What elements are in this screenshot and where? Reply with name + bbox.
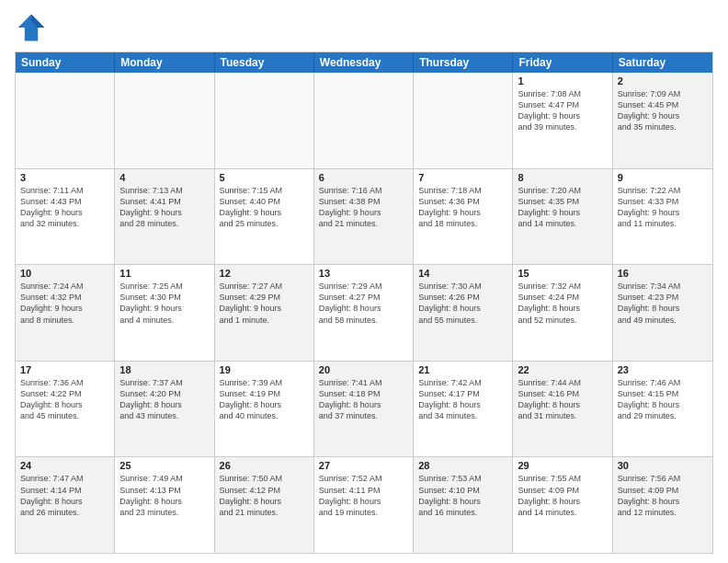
calendar-cell xyxy=(115,73,214,168)
day-number: 26 xyxy=(220,460,309,471)
calendar-header-row: SundayMondayTuesdayWednesdayThursdayFrid… xyxy=(16,52,712,73)
calendar-cell: 13Sunrise: 7:29 AM Sunset: 4:27 PM Dayli… xyxy=(314,265,414,361)
calendar-week-4: 17Sunrise: 7:36 AM Sunset: 4:22 PM Dayli… xyxy=(16,362,712,458)
day-number: 5 xyxy=(220,172,309,183)
calendar-week-5: 24Sunrise: 7:47 AM Sunset: 4:14 PM Dayli… xyxy=(16,457,712,553)
header xyxy=(15,11,713,44)
calendar-cell: 4Sunrise: 7:13 AM Sunset: 4:41 PM Daylig… xyxy=(115,169,214,265)
day-info: Sunrise: 7:52 AM Sunset: 4:11 PM Dayligh… xyxy=(319,473,408,518)
day-info: Sunrise: 7:41 AM Sunset: 4:18 PM Dayligh… xyxy=(319,377,408,422)
header-day-saturday: Saturday xyxy=(613,52,712,73)
day-info: Sunrise: 7:22 AM Sunset: 4:33 PM Dayligh… xyxy=(618,185,708,230)
day-info: Sunrise: 7:50 AM Sunset: 4:12 PM Dayligh… xyxy=(220,473,309,518)
calendar-cell: 7Sunrise: 7:18 AM Sunset: 4:36 PM Daylig… xyxy=(414,169,513,265)
day-number: 8 xyxy=(518,172,607,183)
calendar-cell: 15Sunrise: 7:32 AM Sunset: 4:24 PM Dayli… xyxy=(513,265,612,361)
day-info: Sunrise: 7:46 AM Sunset: 4:15 PM Dayligh… xyxy=(618,377,708,422)
header-day-monday: Monday xyxy=(115,52,214,73)
calendar-cell: 5Sunrise: 7:15 AM Sunset: 4:40 PM Daylig… xyxy=(215,169,314,265)
calendar-cell: 27Sunrise: 7:52 AM Sunset: 4:11 PM Dayli… xyxy=(314,457,414,553)
day-number: 25 xyxy=(119,460,209,471)
day-info: Sunrise: 7:16 AM Sunset: 4:38 PM Dayligh… xyxy=(319,185,408,230)
header-day-wednesday: Wednesday xyxy=(314,52,414,73)
day-info: Sunrise: 7:30 AM Sunset: 4:26 PM Dayligh… xyxy=(418,281,507,326)
calendar-body: 1Sunrise: 7:08 AM Sunset: 4:47 PM Daylig… xyxy=(16,73,712,553)
logo xyxy=(15,11,51,44)
day-info: Sunrise: 7:20 AM Sunset: 4:35 PM Dayligh… xyxy=(518,185,607,230)
calendar-cell: 8Sunrise: 7:20 AM Sunset: 4:35 PM Daylig… xyxy=(513,169,612,265)
day-number: 22 xyxy=(518,364,607,375)
calendar-cell: 23Sunrise: 7:46 AM Sunset: 4:15 PM Dayli… xyxy=(613,362,712,457)
header-day-sunday: Sunday xyxy=(16,52,115,73)
calendar-cell: 25Sunrise: 7:49 AM Sunset: 4:13 PM Dayli… xyxy=(115,457,214,553)
day-info: Sunrise: 7:08 AM Sunset: 4:47 PM Dayligh… xyxy=(518,88,607,133)
day-info: Sunrise: 7:55 AM Sunset: 4:09 PM Dayligh… xyxy=(518,473,607,518)
calendar-cell: 14Sunrise: 7:30 AM Sunset: 4:26 PM Dayli… xyxy=(414,265,513,361)
day-info: Sunrise: 7:36 AM Sunset: 4:22 PM Dayligh… xyxy=(20,377,109,422)
calendar-cell: 6Sunrise: 7:16 AM Sunset: 4:38 PM Daylig… xyxy=(314,169,414,265)
day-number: 3 xyxy=(20,172,109,183)
day-number: 27 xyxy=(319,460,408,471)
day-info: Sunrise: 7:18 AM Sunset: 4:36 PM Dayligh… xyxy=(418,185,507,230)
calendar-week-1: 1Sunrise: 7:08 AM Sunset: 4:47 PM Daylig… xyxy=(16,73,712,169)
day-info: Sunrise: 7:24 AM Sunset: 4:32 PM Dayligh… xyxy=(20,281,109,326)
header-day-tuesday: Tuesday xyxy=(215,52,314,73)
day-info: Sunrise: 7:49 AM Sunset: 4:13 PM Dayligh… xyxy=(119,473,209,518)
calendar-week-3: 10Sunrise: 7:24 AM Sunset: 4:32 PM Dayli… xyxy=(16,265,712,362)
day-number: 6 xyxy=(319,172,408,183)
calendar-cell: 17Sunrise: 7:36 AM Sunset: 4:22 PM Dayli… xyxy=(16,362,115,457)
day-info: Sunrise: 7:53 AM Sunset: 4:10 PM Dayligh… xyxy=(418,473,507,518)
calendar-cell xyxy=(314,73,414,168)
day-number: 1 xyxy=(518,75,607,86)
calendar-cell xyxy=(414,73,513,168)
day-number: 4 xyxy=(119,172,209,183)
logo-icon xyxy=(15,11,48,44)
calendar-cell: 21Sunrise: 7:42 AM Sunset: 4:17 PM Dayli… xyxy=(414,362,513,457)
day-info: Sunrise: 7:13 AM Sunset: 4:41 PM Dayligh… xyxy=(119,185,209,230)
day-info: Sunrise: 7:29 AM Sunset: 4:27 PM Dayligh… xyxy=(319,281,408,326)
day-number: 2 xyxy=(618,75,708,86)
calendar-cell xyxy=(16,73,115,168)
day-number: 18 xyxy=(119,364,209,375)
day-info: Sunrise: 7:27 AM Sunset: 4:29 PM Dayligh… xyxy=(220,281,309,326)
calendar-cell: 18Sunrise: 7:37 AM Sunset: 4:20 PM Dayli… xyxy=(115,362,214,457)
day-number: 28 xyxy=(418,460,507,471)
day-number: 30 xyxy=(618,460,708,471)
day-info: Sunrise: 7:44 AM Sunset: 4:16 PM Dayligh… xyxy=(518,377,607,422)
calendar-cell: 19Sunrise: 7:39 AM Sunset: 4:19 PM Dayli… xyxy=(215,362,314,457)
day-info: Sunrise: 7:09 AM Sunset: 4:45 PM Dayligh… xyxy=(618,88,708,133)
calendar-cell: 16Sunrise: 7:34 AM Sunset: 4:23 PM Dayli… xyxy=(613,265,712,361)
header-day-thursday: Thursday xyxy=(414,52,513,73)
day-number: 13 xyxy=(319,268,408,279)
calendar-cell: 30Sunrise: 7:56 AM Sunset: 4:09 PM Dayli… xyxy=(613,457,712,553)
day-number: 29 xyxy=(518,460,607,471)
calendar-cell: 11Sunrise: 7:25 AM Sunset: 4:30 PM Dayli… xyxy=(115,265,214,361)
day-number: 23 xyxy=(618,364,708,375)
day-number: 20 xyxy=(319,364,408,375)
calendar-cell xyxy=(215,73,314,168)
day-info: Sunrise: 7:42 AM Sunset: 4:17 PM Dayligh… xyxy=(418,377,507,422)
calendar-cell: 29Sunrise: 7:55 AM Sunset: 4:09 PM Dayli… xyxy=(513,457,612,553)
calendar-cell: 12Sunrise: 7:27 AM Sunset: 4:29 PM Dayli… xyxy=(215,265,314,361)
day-number: 14 xyxy=(418,268,507,279)
day-info: Sunrise: 7:37 AM Sunset: 4:20 PM Dayligh… xyxy=(119,377,209,422)
calendar-cell: 22Sunrise: 7:44 AM Sunset: 4:16 PM Dayli… xyxy=(513,362,612,457)
day-info: Sunrise: 7:11 AM Sunset: 4:43 PM Dayligh… xyxy=(20,185,109,230)
day-number: 12 xyxy=(220,268,309,279)
calendar-cell: 2Sunrise: 7:09 AM Sunset: 4:45 PM Daylig… xyxy=(613,73,712,168)
calendar-cell: 9Sunrise: 7:22 AM Sunset: 4:33 PM Daylig… xyxy=(613,169,712,265)
calendar-cell: 10Sunrise: 7:24 AM Sunset: 4:32 PM Dayli… xyxy=(16,265,115,361)
day-info: Sunrise: 7:34 AM Sunset: 4:23 PM Dayligh… xyxy=(618,281,708,326)
day-info: Sunrise: 7:56 AM Sunset: 4:09 PM Dayligh… xyxy=(618,473,708,518)
calendar-cell: 20Sunrise: 7:41 AM Sunset: 4:18 PM Dayli… xyxy=(314,362,414,457)
page: SundayMondayTuesdayWednesdayThursdayFrid… xyxy=(0,0,728,563)
day-number: 9 xyxy=(618,172,708,183)
calendar-cell: 26Sunrise: 7:50 AM Sunset: 4:12 PM Dayli… xyxy=(215,457,314,553)
day-info: Sunrise: 7:25 AM Sunset: 4:30 PM Dayligh… xyxy=(119,281,209,326)
calendar-cell: 28Sunrise: 7:53 AM Sunset: 4:10 PM Dayli… xyxy=(414,457,513,553)
calendar-cell: 1Sunrise: 7:08 AM Sunset: 4:47 PM Daylig… xyxy=(513,73,612,168)
calendar: SundayMondayTuesdayWednesdayThursdayFrid… xyxy=(15,52,713,554)
day-info: Sunrise: 7:15 AM Sunset: 4:40 PM Dayligh… xyxy=(220,185,309,230)
calendar-week-2: 3Sunrise: 7:11 AM Sunset: 4:43 PM Daylig… xyxy=(16,169,712,266)
day-number: 10 xyxy=(20,268,109,279)
